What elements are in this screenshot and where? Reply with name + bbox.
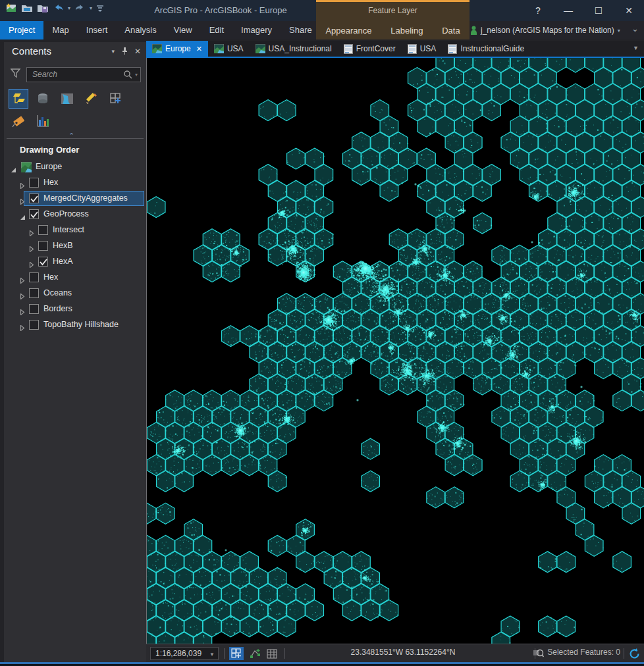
layer-item-hex[interactable]: Hex [4,175,146,191]
layer-checkbox-unchecked[interactable] [29,288,39,298]
layer-item-oceans[interactable]: Oceans [4,286,146,301]
arcgis-pro-window: ▾ ▾ ArcGIS Pro - ArcGISBook - Europe ? —… [0,0,644,666]
redo-icon[interactable] [74,3,86,13]
close-pane-icon[interactable]: ✕ [134,47,141,56]
layer-label: HexA [53,257,73,266]
list-by-drawing-order-button[interactable] [9,90,28,108]
expand-icon[interactable] [29,227,35,233]
view-tab-frontcover[interactable]: FrontCover [338,41,402,57]
view-tabs-dropdown-icon[interactable]: ▼ [633,45,639,51]
pane-menu-icon[interactable]: ▾ [111,48,115,55]
layer-checkbox-unchecked[interactable] [29,320,39,330]
view-tab-europe[interactable]: Europe✕ [146,41,208,57]
map-thumbnail-icon [21,162,32,172]
save-project-icon[interactable] [37,3,49,13]
ribbon-tab-edit[interactable]: Edit [201,21,232,39]
list-by-data-source-button[interactable] [34,90,52,108]
selected-features-icon [533,648,544,659]
search-input[interactable]: Search ▾ [26,67,141,82]
view-tab-usa[interactable]: USA [208,41,250,57]
collapse-icon[interactable] [11,164,16,170]
expand-icon[interactable] [20,306,26,312]
layer-item-hexa[interactable]: HexA [4,254,146,270]
layer-label: Oceans [43,288,72,297]
help-button[interactable]: ? [523,0,553,21]
layer-label: TopoBathy Hillshade [43,320,119,329]
layer-checkbox-checked[interactable] [29,193,39,203]
drawing-order-heading: Drawing Order [20,145,79,155]
view-tab-usa_instructional[interactable]: USA_Instructional [250,41,338,57]
contents-pane-title: Contents [12,45,51,57]
search-dropdown-icon[interactable]: ▾ [135,72,138,78]
new-project-icon[interactable] [5,3,17,13]
redo-dropdown-icon[interactable]: ▾ [90,5,92,11]
pin-icon[interactable] [121,47,128,56]
expand-icon[interactable] [29,259,35,265]
undo-icon[interactable] [53,3,64,13]
list-by-snapping-button[interactable] [107,90,125,108]
customize-qat-icon[interactable] [96,3,104,13]
layout-view-icon [344,44,353,54]
ribbon-tab-project[interactable]: Project [0,21,43,39]
filter-icon[interactable] [11,68,21,81]
layer-item-hex[interactable]: Hex [4,270,146,286]
list-by-selection-button[interactable] [58,90,76,108]
undo-dropdown-icon[interactable]: ▾ [68,5,70,11]
expand-icon[interactable] [20,274,26,280]
map-view[interactable] [146,58,644,644]
layer-checkbox-checked[interactable] [38,257,48,267]
layer-checkbox-unchecked[interactable] [29,304,39,314]
layer-item-mergedcityaggregates[interactable]: MergedCityAggregates [4,191,146,207]
collapse-icon[interactable] [20,211,26,217]
layer-item-intersect[interactable]: Intersect [4,222,146,238]
window-title: ArcGIS Pro - ArcGISBook - Europe [119,0,323,21]
list-by-charts-button[interactable] [34,112,52,130]
ribbon-tab-imagery[interactable]: Imagery [232,21,281,39]
expand-toolbar-chevron[interactable]: ⌃ [68,132,74,140]
maximize-button[interactable]: ☐ [583,0,614,21]
layer-item-geoprocess[interactable]: GeoProcess [4,207,146,222]
ribbon-tab-data[interactable]: Data [439,26,462,36]
ribbon-tab-share[interactable]: Share [281,21,321,39]
minimize-button[interactable]: — [553,0,583,21]
refresh-icon[interactable] [627,647,641,660]
ribbon-tab-labeling[interactable]: Labeling [388,26,425,36]
account-menu[interactable]: j_nelson (ArcGIS Maps for the Nation) ▾ [470,21,620,39]
layer-label: Borders [43,304,72,313]
list-by-labeling-button[interactable] [9,112,28,130]
ribbon-tab-insert[interactable]: Insert [78,21,117,39]
view-tab-label: USA [227,44,244,53]
quick-access-toolbar: ▾ ▾ [5,3,104,13]
ribbon-tab-view[interactable]: View [165,21,201,39]
layer-item-borders[interactable]: Borders [4,301,146,317]
account-label: j_nelson (ArcGIS Maps for the Nation) [481,26,614,35]
view-tab-instructionalguide[interactable]: InstructionalGuide [442,41,530,57]
expand-icon[interactable] [20,290,26,296]
ribbon-tab-appearance[interactable]: Appearance [323,26,374,36]
layer-checkbox-unchecked[interactable] [29,272,39,282]
open-project-icon[interactable] [21,3,33,13]
expand-icon[interactable] [20,180,26,186]
contextual-group-label: Feature Layer [316,2,470,20]
layer-label: Intersect [53,225,84,234]
layer-checkbox-checked[interactable] [29,209,39,219]
layer-item-hexb[interactable]: HexB [4,238,146,254]
layer-checkbox-unchecked[interactable] [38,241,48,251]
close-tab-icon[interactable]: ✕ [196,45,202,53]
list-by-editing-button[interactable] [82,90,101,108]
expand-icon[interactable] [20,195,26,201]
map-canvas[interactable] [147,58,644,644]
contextual-tab-group: Feature Layer AppearanceLabelingData [316,0,470,39]
ribbon-tab-map[interactable]: Map [43,21,77,39]
expand-icon[interactable] [29,243,35,249]
layer-checkbox-unchecked[interactable] [38,225,48,235]
ribbon-tab-analysis[interactable]: Analysis [116,21,165,39]
layer-item-topobathy-hillshade[interactable]: TopoBathy Hillshade [4,317,146,333]
layer-item-europe[interactable]: Europe [4,159,146,175]
expand-icon[interactable] [20,322,26,328]
layer-checkbox-unchecked[interactable] [29,178,39,188]
view-tab-usa[interactable]: USA [402,41,443,57]
search-icon[interactable] [123,70,132,79]
close-button[interactable]: ✕ [614,0,644,21]
collapse-ribbon-icon[interactable]: ⌄ [631,24,639,34]
